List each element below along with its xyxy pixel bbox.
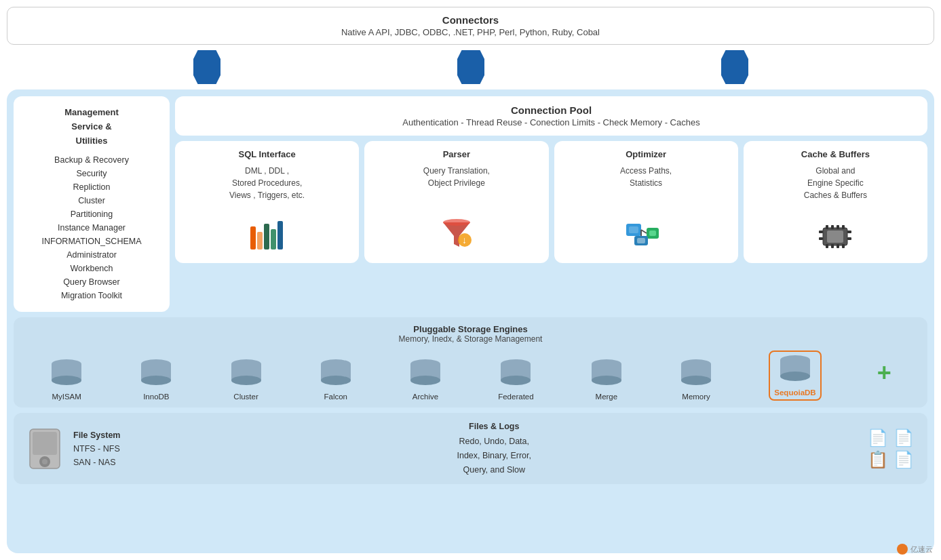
svg-rect-25	[842, 225, 845, 229]
mgmt-item: Migration Toolkit	[27, 289, 156, 302]
parser-title: Parser	[443, 149, 470, 159]
sql-icon	[250, 221, 284, 255]
svg-point-54	[592, 376, 621, 385]
svg-rect-17	[637, 238, 645, 243]
mgmt-item: Security	[27, 167, 156, 180]
svg-rect-23	[831, 225, 834, 229]
svg-line-18	[641, 230, 647, 233]
svg-rect-5	[264, 224, 269, 249]
doc-row-1: 📄 📄	[868, 428, 914, 447]
top-section: ManagementService &Utilities Backup & Re…	[14, 96, 927, 312]
arrow-1	[193, 50, 220, 84]
svg-rect-7	[277, 221, 283, 249]
cache-box: Cache & Buffers Global andEngine Specifi…	[744, 141, 927, 263]
management-items: Backup & Recovery Security Repliction Cl…	[27, 153, 156, 302]
fs-right: 📄 📄 📋 📄	[868, 428, 914, 469]
connection-pool-header: Connection Pool Authentication - Thread …	[175, 96, 927, 136]
svg-rect-62	[33, 432, 57, 455]
connection-pool-subtitle: Authentication - Thread Reuse - Conectio…	[189, 117, 914, 127]
engine-label: Cluster	[233, 393, 258, 401]
mgmt-item: Query Browser	[27, 275, 156, 289]
svg-rect-29	[842, 244, 845, 248]
engine-innodb: InnoDB	[139, 359, 173, 401]
mgmt-item: Instance Manager	[27, 221, 156, 235]
doc-icon-1: 📄	[868, 428, 888, 447]
management-title: ManagementService &Utilities	[27, 106, 156, 148]
mgmt-item: INFORMATION_SCHEMA	[27, 235, 156, 248]
optimizer-desc: Access Paths,Statistics	[620, 165, 672, 189]
fs-text: File System NTFS - NFS SAN - NAS	[73, 428, 120, 469]
svg-rect-22	[826, 225, 828, 229]
svg-text:↓: ↓	[462, 235, 467, 245]
engine-label: Memory	[682, 393, 710, 401]
svg-rect-4	[257, 232, 263, 249]
svg-rect-3	[250, 226, 256, 249]
connection-pool-title: Connection Pool	[189, 104, 914, 116]
sql-interface-box: SQL Interface DML , DDL ,Stored Procedur…	[175, 141, 359, 263]
connection-pool-area: Connection Pool Authentication - Thread …	[175, 96, 927, 312]
engine-federated: Federated	[498, 359, 533, 401]
optimizer-box: Optimizer Access Paths,Statistics	[554, 141, 738, 263]
mgmt-item: Repliction	[27, 180, 156, 194]
four-boxes: SQL Interface DML , DDL ,Stored Procedur…	[175, 141, 927, 263]
engine-merge: Merge	[590, 359, 623, 401]
parser-icon: ↓	[440, 217, 473, 255]
svg-rect-33	[847, 237, 851, 240]
engine-archive: Archive	[408, 359, 442, 401]
add-engine-item[interactable]: +	[877, 359, 891, 401]
cache-desc: Global andEngine SpecificCaches & Buffer…	[804, 165, 867, 201]
hdd-icon	[27, 426, 62, 471]
doc-row-2: 📋 📄	[868, 450, 914, 469]
svg-rect-13	[629, 226, 638, 233]
watermark: 亿速云	[897, 544, 933, 555]
engine-label: InnoDB	[143, 393, 169, 401]
storage-subtitle: Memory, Inedx, & Storage Management	[23, 334, 918, 344]
connectors-subtitle: Native A API, JDBC, ODBC, .NET, PHP, Per…	[21, 27, 920, 37]
arrows-row	[7, 50, 934, 84]
doc-icon-3: 📋	[868, 450, 888, 469]
engine-cluster: Cluster	[229, 359, 263, 401]
mgmt-item: Backup & Recovery	[27, 153, 156, 167]
main-wrapper: Connectors Native A API, JDBC, ODBC, .NE…	[0, 0, 941, 560]
svg-rect-31	[819, 237, 823, 240]
fs-center: Files & Logs Redo, Undo, Data, Index, Bi…	[140, 420, 847, 477]
optimizer-icon	[626, 221, 666, 255]
storage-header: Pluggable Storage Engines Memory, Inedx,…	[23, 324, 918, 344]
svg-rect-28	[837, 244, 839, 248]
mgmt-item: Administrator	[27, 248, 156, 262]
arrow-3	[721, 50, 748, 84]
svg-point-51	[501, 376, 531, 385]
main-blue-container: ManagementService &Utilities Backup & Re…	[7, 89, 934, 553]
storage-section: Pluggable Storage Engines Memory, Inedx,…	[14, 317, 927, 407]
plus-icon[interactable]: +	[877, 359, 891, 387]
sequoia-label: SequoiaDB	[774, 388, 815, 397]
engine-falcon: Falcon	[319, 359, 353, 401]
svg-point-45	[321, 376, 351, 385]
svg-rect-26	[826, 244, 828, 248]
sequoia-box: SequoiaDB	[769, 351, 821, 401]
parser-box: Parser Query Translation,Object Privileg…	[364, 141, 548, 263]
storage-title: Pluggable Storage Engines	[23, 324, 918, 334]
storage-engines: MyISAM InnoDB Cluster Falcon	[23, 351, 918, 401]
svg-point-48	[410, 376, 440, 385]
mgmt-item: Workbench	[27, 262, 156, 275]
engine-label: Falcon	[324, 393, 348, 401]
watermark-icon	[897, 544, 908, 555]
arrow-2	[457, 50, 484, 84]
management-box: ManagementService &Utilities Backup & Re…	[14, 96, 170, 312]
svg-point-64	[42, 459, 47, 464]
engine-label: MyISAM	[52, 393, 81, 401]
svg-point-57	[681, 376, 711, 385]
engine-myisam: MyISAM	[50, 359, 83, 401]
sql-title: SQL Interface	[238, 149, 295, 159]
engine-label: Federated	[498, 393, 533, 401]
svg-rect-30	[819, 231, 823, 233]
watermark-text: 亿速云	[910, 544, 933, 555]
optimizer-title: Optimizer	[626, 149, 666, 159]
mgmt-item: Cluster	[27, 194, 156, 207]
engine-memory: Memory	[679, 359, 713, 401]
engine-label: Merge	[596, 393, 618, 401]
svg-rect-32	[847, 231, 851, 233]
filesystem-section: File System NTFS - NFS SAN - NAS Files &…	[14, 413, 927, 484]
svg-rect-6	[271, 229, 276, 249]
